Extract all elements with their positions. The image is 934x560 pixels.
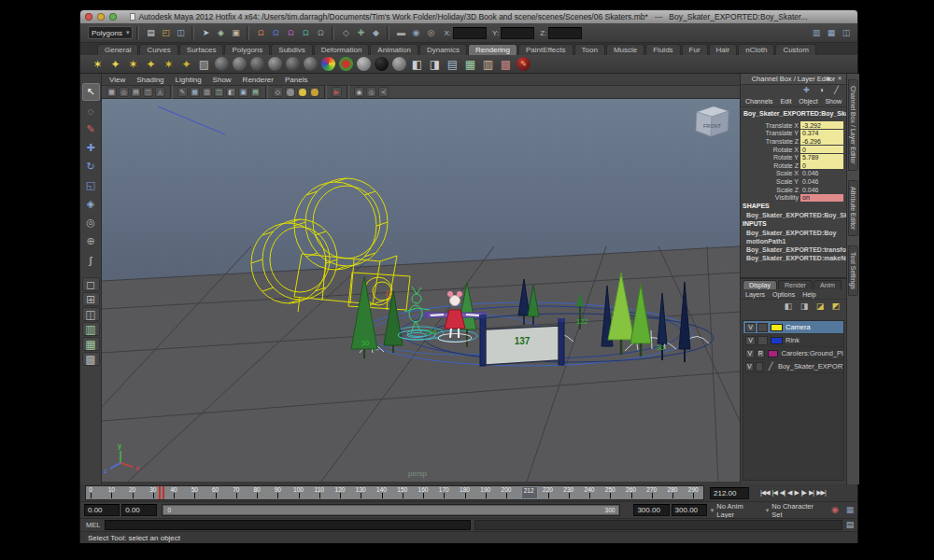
- shaded-display-icon[interactable]: [285, 87, 295, 97]
- channel-value-field[interactable]: on: [800, 194, 843, 202]
- channel-row[interactable]: Rotate Z0: [741, 161, 846, 170]
- grease-pencil-icon[interactable]: ✎: [177, 87, 188, 97]
- input-item[interactable]: Boy_Skater_EXPORTED:transform...: [741, 245, 846, 254]
- select-hierarchy-icon[interactable]: ➤: [199, 26, 212, 39]
- shelf-tab-surfaces[interactable]: Surfaces: [179, 44, 224, 55]
- safe-action-icon[interactable]: ▤: [250, 87, 261, 97]
- close-panel-icon[interactable]: ✕: [836, 75, 843, 82]
- animation-end-field[interactable]: 300.00: [672, 504, 707, 516]
- field-chart-icon[interactable]: ▣: [238, 87, 248, 97]
- layer-color-swatch[interactable]: ╱: [766, 363, 775, 371]
- paint-effects-ball-icon[interactable]: ✎: [516, 56, 531, 72]
- manip-channel-icon[interactable]: ✚: [801, 86, 812, 96]
- shelf-tab-custom[interactable]: Custom: [775, 44, 816, 55]
- shape-item[interactable]: Boy_Skater_EXPORTED:Boy_Skat...: [741, 211, 846, 219]
- lasso-tool[interactable]: ◌: [82, 102, 100, 119]
- two-pane-layout-button[interactable]: ◫: [82, 307, 100, 321]
- viewport-panel[interactable]: ViewShadingLightingShowRendererPanels ▦◎…: [102, 74, 740, 482]
- cb-menu-show[interactable]: Show: [825, 98, 842, 105]
- play-forward-button[interactable]: ▶: [794, 489, 798, 497]
- layer-color-swatch[interactable]: [771, 337, 783, 344]
- selection-mode-dropdown[interactable]: Polygons ▾: [88, 26, 133, 39]
- go-to-end-button[interactable]: ▶▶|: [816, 489, 826, 497]
- shelf-tab-painteffects[interactable]: PaintEffects: [518, 44, 573, 55]
- speed-channel-icon[interactable]: ◑: [816, 86, 827, 96]
- snap-curve-icon[interactable]: Ω: [269, 26, 282, 39]
- vp-menu-lighting[interactable]: Lighting: [176, 76, 202, 84]
- step-back-frame-button[interactable]: ◀|: [780, 489, 785, 497]
- area-light-icon[interactable]: ✶: [161, 56, 177, 72]
- step-back-key-button[interactable]: |◀: [772, 489, 777, 497]
- mental-ray-node-icon[interactable]: ▨: [196, 56, 212, 72]
- time-slider[interactable]: 0102030405060708090100110120130140150160…: [85, 485, 704, 500]
- layer-visibility-toggle[interactable]: V: [745, 336, 756, 345]
- channel-value-field[interactable]: 0.046: [800, 170, 843, 177]
- xray-joints-icon[interactable]: ◎: [366, 87, 376, 97]
- render-current-frame-icon[interactable]: ◉: [409, 26, 422, 39]
- textured-display-icon[interactable]: [297, 87, 307, 97]
- channel-row[interactable]: Scale Z0.046: [741, 186, 846, 194]
- shelf-tab-rendering[interactable]: Rendering: [468, 44, 517, 55]
- persp-graph-layout-button[interactable]: ▦: [82, 337, 100, 351]
- shelf-tab-polygons[interactable]: Polygons: [224, 44, 270, 55]
- vp-menu-shading[interactable]: Shading: [136, 76, 163, 84]
- last-tool-used[interactable]: ʃ: [82, 251, 100, 269]
- soft-modification-tool[interactable]: ◎: [82, 214, 100, 231]
- shelf-tab-toon[interactable]: Toon: [574, 44, 605, 55]
- new-scene-icon[interactable]: ▤: [144, 26, 157, 39]
- input-item[interactable]: Boy_Skater_EXPORTED:makeNur...: [741, 254, 846, 262]
- construction-history-icon[interactable]: ✚: [354, 26, 367, 39]
- current-time-field[interactable]: 212.00: [710, 487, 749, 499]
- view-cube[interactable]: FRONT: [696, 106, 729, 136]
- select-object-icon[interactable]: ◈: [214, 26, 227, 39]
- show-manipulator-tool[interactable]: ⊕: [82, 232, 100, 250]
- file-texture-icon[interactable]: ▤: [445, 56, 460, 72]
- film-gate-icon[interactable]: ▥: [202, 87, 212, 97]
- channel-value-field[interactable]: -6.296: [800, 137, 843, 145]
- layer-type-toggle[interactable]: R: [757, 349, 766, 358]
- surface-shader-icon[interactable]: [356, 56, 372, 72]
- side-tab-attribute-editor[interactable]: Attribute Editor: [848, 180, 858, 236]
- layer-color-swatch[interactable]: [768, 350, 778, 357]
- channel-row[interactable]: Translate X-3.292: [741, 121, 846, 130]
- channel-value-field[interactable]: 0.374: [800, 130, 843, 137]
- snap-plane-icon[interactable]: Ω: [299, 26, 312, 39]
- command-line-label[interactable]: MEL: [86, 521, 101, 529]
- open-scene-icon[interactable]: ◰: [159, 26, 172, 39]
- ambient-light-icon[interactable]: ✶: [90, 56, 106, 72]
- layer-visibility-toggle[interactable]: V: [745, 323, 756, 332]
- shelf-tab-fur[interactable]: Fur: [682, 44, 708, 55]
- use-background-icon[interactable]: [374, 56, 389, 72]
- ramp-shader-icon[interactable]: [320, 56, 336, 72]
- new-layer-from-selected-icon[interactable]: ◩: [830, 301, 842, 313]
- shelf-tab-muscle[interactable]: Muscle: [606, 44, 644, 55]
- channel-row[interactable]: Visibilityon: [741, 193, 846, 202]
- title-bar[interactable]: Autodesk Maya 2012 Hotfix 4 x64: /Users/…: [80, 10, 857, 23]
- select-component-icon[interactable]: ▣: [229, 26, 242, 39]
- isolate-select-icon[interactable]: ▶: [332, 87, 342, 97]
- shelf-tab-subdivs[interactable]: Subdivs: [271, 44, 312, 55]
- character-set-dropdown[interactable]: No Character Set: [771, 502, 823, 519]
- cb-menu-edit[interactable]: Edit: [780, 98, 791, 105]
- channel-row[interactable]: Rotate X0: [741, 146, 846, 154]
- lock-camera-icon[interactable]: ◎: [119, 87, 129, 97]
- select-camera-icon[interactable]: ▦: [106, 87, 117, 97]
- channel-row[interactable]: Scale Y0.046: [741, 177, 846, 186]
- layer-menu-options[interactable]: Options: [772, 291, 795, 298]
- coord-z-field[interactable]: [548, 27, 582, 39]
- persp-outliner-layout-button[interactable]: ▥: [82, 322, 100, 336]
- layer-menu-layers[interactable]: Layers: [745, 291, 765, 298]
- auto-keyframe-icon[interactable]: ◉: [828, 504, 842, 517]
- playback-start-field[interactable]: 0.00: [121, 504, 157, 516]
- channel-value-field[interactable]: 5.789: [800, 154, 843, 161]
- vp-menu-renderer[interactable]: Renderer: [243, 76, 274, 84]
- save-scene-icon[interactable]: ◫: [174, 26, 187, 39]
- snap-grid-icon[interactable]: Ω: [254, 26, 267, 39]
- use-all-lights-icon[interactable]: [309, 87, 319, 97]
- grid-layout-icon[interactable]: ▦: [825, 26, 838, 39]
- layer-visibility-toggle[interactable]: V: [745, 349, 755, 358]
- single-pane-layout-button[interactable]: ◻: [82, 277, 100, 291]
- input-item[interactable]: motionPath1: [741, 237, 846, 245]
- shelf-tab-general[interactable]: General: [97, 44, 138, 55]
- layer-color-swatch[interactable]: [771, 324, 783, 331]
